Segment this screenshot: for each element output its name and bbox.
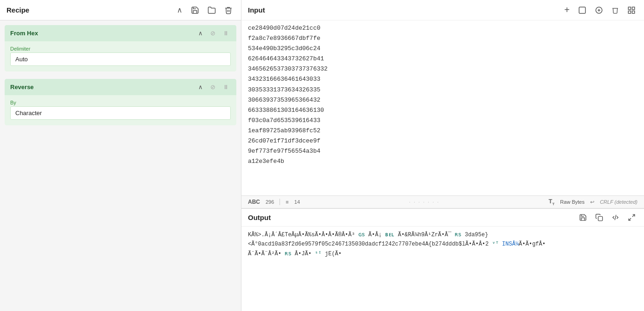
crlf-label[interactable]: CRLF (detected) (600, 199, 637, 205)
input-section: Input + ce28490d07d24de21cc0 f2a8c7e893 (241, 0, 644, 209)
output-title: Output (248, 214, 271, 221)
input-header-icons: + (562, 4, 637, 16)
save-output-button[interactable] (577, 213, 589, 222)
reverse-header-icons: ∧ ⊘ ⏸ (196, 83, 231, 91)
add-input-button[interactable]: + (562, 4, 572, 16)
replace-output-button[interactable] (610, 213, 621, 222)
recipe-title: Recipe (7, 6, 29, 14)
input-status-bar: ABC 296 ≡ 14 · · · · · · · TT Raw Bytes … (241, 195, 644, 208)
svg-rect-2 (632, 7, 635, 9)
input-line: 9ef773fe97f56554a3b4 (248, 146, 637, 156)
input-line: 34323166636461643033 (248, 74, 637, 84)
output-content[interactable]: KÃ%>.Â¡Â´Â£TeÃμÂ•Ã%sÃ•Â•Â•Ã®Â•Ã³ ɢs Ã•Â¡… (241, 227, 644, 311)
lines-icon: ≡ (286, 199, 288, 205)
svg-rect-5 (598, 216, 602, 220)
input-line: 30353331373634326335 (248, 85, 637, 95)
tt-icon: TT (548, 198, 554, 206)
by-label: By (10, 100, 231, 105)
left-panel: Recipe ∧ From Hex ∧ ⊘ ⏸ Delimiter (0, 0, 241, 311)
char-count: 296 (266, 199, 274, 205)
svg-rect-1 (628, 7, 631, 9)
output-text: KÃ%>.Â¡Â´Â£TeÃμÂ•Ã%sÃ•Â•Â•Ã®Â•Ã³ ɢs Ã•Â¡… (248, 230, 637, 259)
recipe-header-icons: ∧ (175, 5, 234, 15)
save-recipe-button[interactable] (189, 5, 201, 15)
input-content[interactable]: ce28490d07d24de21cc0 f2a8c7e8936667dbf7f… (241, 20, 644, 195)
reverse-block: Reverse ∧ ⊘ ⏸ By Character (5, 79, 236, 125)
collapse-recipe-button[interactable]: ∧ (175, 5, 184, 15)
collapse-from-hex-button[interactable]: ∧ (196, 29, 205, 38)
output-header-icons (577, 213, 637, 222)
svg-rect-3 (628, 11, 631, 13)
disable-from-hex-button[interactable]: ⊘ (208, 29, 217, 38)
raw-bytes-label[interactable]: Raw Bytes (560, 199, 585, 205)
input-line: a12e3efe4b (248, 156, 637, 167)
svg-rect-0 (579, 7, 585, 13)
svg-line-7 (629, 218, 631, 220)
reverse-header: Reverse ∧ ⊘ ⏸ (5, 79, 236, 95)
input-line: 1eaf89725ab93968fc52 (248, 126, 637, 136)
from-hex-title: From Hex (10, 30, 38, 37)
from-hex-header-icons: ∧ ⊘ ⏸ (196, 29, 231, 38)
delimiter-value[interactable]: Auto (10, 52, 231, 66)
input-title: Input (248, 6, 265, 14)
grid-input-button[interactable] (625, 5, 637, 15)
crlf-arrow: ↩ (590, 199, 594, 205)
by-value[interactable]: Character (10, 106, 231, 120)
reverse-title: Reverse (10, 84, 34, 91)
input-line: 26cd07e1f71df3dcee9f (248, 136, 637, 146)
input-line: 626464643343732627b41 (248, 54, 637, 64)
input-line: 30663937353965366432 (248, 95, 637, 105)
window-input-button[interactable] (576, 5, 588, 15)
input-line: f03c0a7d653539616433 (248, 116, 637, 126)
output-header: Output (241, 209, 644, 227)
recipe-header: Recipe ∧ (0, 0, 241, 20)
input-line: 66333886130316463613​0 (248, 105, 637, 116)
svg-rect-4 (632, 11, 635, 13)
export-input-button[interactable] (593, 5, 605, 15)
input-line: 534e490b3295c3d06c24 (248, 44, 637, 54)
from-hex-block: From Hex ∧ ⊘ ⏸ Delimiter Auto (5, 25, 236, 71)
copy-output-button[interactable] (593, 213, 605, 222)
input-line: f2a8c7e8936667dbf7fe (248, 33, 637, 44)
delimiter-label: Delimiter (10, 46, 231, 52)
open-recipe-button[interactable] (206, 5, 218, 15)
expand-output-button[interactable] (626, 213, 637, 222)
reverse-body: By Character (5, 95, 236, 125)
pause-from-hex-button[interactable]: ⏸ (221, 29, 231, 38)
input-line: 3465626537303737376332 (248, 64, 637, 74)
collapse-reverse-button[interactable]: ∧ (196, 83, 205, 91)
delete-recipe-button[interactable] (222, 5, 234, 15)
from-hex-header: From Hex ∧ ⊘ ⏸ (5, 25, 236, 41)
input-header: Input + (241, 0, 644, 20)
line-count: 14 (294, 199, 300, 205)
svg-line-6 (632, 214, 635, 217)
disable-reverse-button[interactable]: ⊘ (208, 83, 217, 91)
output-section: Output KÃ%>.Â¡Â´Â£TeÃμÂ•Ã%sÃ•Â•Â•Ã®Â•Ã³ … (241, 209, 644, 311)
from-hex-body: Delimiter Auto (5, 41, 236, 71)
pause-reverse-button[interactable]: ⏸ (221, 83, 231, 91)
delete-input-button[interactable] (610, 6, 621, 15)
right-panel: Input + ce28490d07d24de21cc0 f2a8c7e893 (241, 0, 644, 311)
status-divider: · · · · · · · (387, 199, 462, 205)
input-line: ce28490d07d24de21cc0 (248, 23, 637, 33)
abc-label: ABC (248, 199, 260, 205)
